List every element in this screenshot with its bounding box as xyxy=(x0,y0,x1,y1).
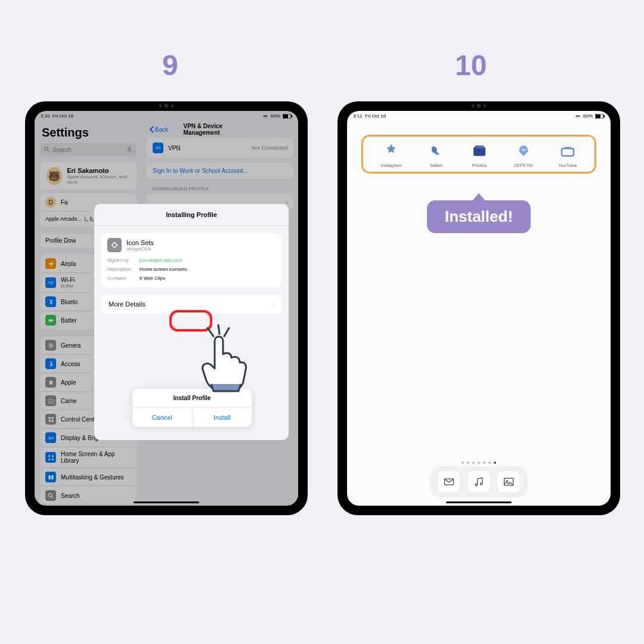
step-number: 10 xyxy=(455,49,487,82)
modal-title: Installing Profile xyxy=(94,204,289,226)
svg-rect-33 xyxy=(445,479,454,485)
wifi-icon xyxy=(262,114,268,119)
svg-text:VPN: VPN xyxy=(155,147,160,150)
step-number: 9 xyxy=(162,49,178,82)
svg-rect-15 xyxy=(51,455,53,457)
svg-point-22 xyxy=(113,243,117,247)
svg-rect-4 xyxy=(48,319,52,321)
home-indicator[interactable] xyxy=(446,501,512,503)
wifi-icon xyxy=(575,114,581,119)
app-youtube[interactable]: YouTube xyxy=(558,143,577,168)
svg-rect-14 xyxy=(48,455,50,457)
cancel-button[interactable]: Cancel xyxy=(132,408,193,427)
svg-line-24 xyxy=(218,324,219,334)
svg-rect-28 xyxy=(603,115,605,117)
svg-rect-10 xyxy=(51,417,53,419)
sidebar-item-homescreen[interactable]: Home Screen & App Library xyxy=(39,447,137,468)
avatar: 🐻 xyxy=(47,167,62,185)
svg-point-7 xyxy=(50,361,52,363)
svg-rect-2 xyxy=(291,115,292,117)
svg-rect-30 xyxy=(475,145,484,148)
page-indicator[interactable] xyxy=(462,462,496,464)
settings-title: Settings xyxy=(35,121,142,143)
svg-rect-12 xyxy=(51,420,53,422)
svg-rect-9 xyxy=(48,417,50,419)
ipad-frame: 3:11 Fri Oct 18 60% Instagram Safari Pho… xyxy=(338,101,620,515)
svg-line-23 xyxy=(208,328,213,336)
svg-rect-27 xyxy=(596,114,600,118)
svg-rect-19 xyxy=(51,475,53,479)
mail-icon xyxy=(443,476,455,488)
battery-icon xyxy=(283,114,292,119)
app-photos[interactable]: Photos xyxy=(470,143,488,168)
mic-icon xyxy=(126,147,132,153)
svg-rect-18 xyxy=(48,475,50,479)
install-button[interactable]: Install xyxy=(193,408,252,427)
svg-rect-32 xyxy=(565,147,571,149)
music-icon xyxy=(473,476,485,488)
sidebar-item-search[interactable]: Search xyxy=(39,487,137,505)
svg-rect-11 xyxy=(48,420,50,422)
svg-line-25 xyxy=(224,328,229,336)
status-bar: 3:11 Fri Oct 18 60% xyxy=(347,111,611,121)
signin-row[interactable]: Sign In to Work or School Account... xyxy=(147,163,293,179)
back-button[interactable]: Back xyxy=(149,126,168,133)
pointer-hand-icon xyxy=(190,324,261,396)
battery-icon xyxy=(595,114,605,119)
sidebar-item-multitasking[interactable]: Multitasking & Gestures xyxy=(39,468,137,487)
home-indicator[interactable] xyxy=(134,501,199,503)
ipad-frame: 3:10 Fri Oct 18 60% Settings Search 🐻 Er… xyxy=(25,101,308,515)
svg-rect-31 xyxy=(562,148,574,156)
search-input[interactable]: Search xyxy=(41,143,136,156)
svg-point-8 xyxy=(50,400,52,402)
svg-text:AA: AA xyxy=(48,436,54,440)
dock-app-photos[interactable] xyxy=(498,471,519,493)
camera-notch xyxy=(472,104,487,108)
profile-icon xyxy=(107,238,122,252)
vpn-row[interactable]: VPN VPN Not Connected xyxy=(147,138,293,158)
dock-app-music[interactable] xyxy=(468,471,490,493)
svg-rect-5 xyxy=(52,320,53,320)
svg-rect-1 xyxy=(283,114,288,118)
photo-icon xyxy=(503,476,515,488)
dock-app-mail[interactable] xyxy=(438,471,460,493)
chevron-left-icon xyxy=(149,126,154,133)
search-icon xyxy=(44,147,50,153)
camera-notch xyxy=(159,104,174,108)
installed-icons-highlight: Instagram Safari Photos ZEPETO YouTube xyxy=(361,135,596,174)
profile-card: Icon SetsWidgetClub Signed bypro.widget-… xyxy=(101,233,281,287)
app-safari[interactable]: Safari xyxy=(428,143,445,168)
dock xyxy=(430,466,528,497)
installed-callout: Installed! xyxy=(427,200,531,233)
status-bar: 3:10 Fri Oct 18 60% xyxy=(35,111,298,121)
svg-rect-16 xyxy=(48,458,50,460)
app-instagram[interactable]: Instagram xyxy=(380,143,402,168)
apple-id-row[interactable]: 🐻 Eri SakamotoApple Account, iCloud+, an… xyxy=(39,162,137,190)
detail-title: VPN & Device Management xyxy=(184,123,257,136)
app-zepeto[interactable]: ZEPETO xyxy=(514,143,533,168)
svg-rect-17 xyxy=(51,458,53,460)
section-header: DOWNLOADED PROFILE xyxy=(147,184,293,194)
svg-rect-3 xyxy=(129,147,131,150)
svg-point-6 xyxy=(49,344,52,346)
